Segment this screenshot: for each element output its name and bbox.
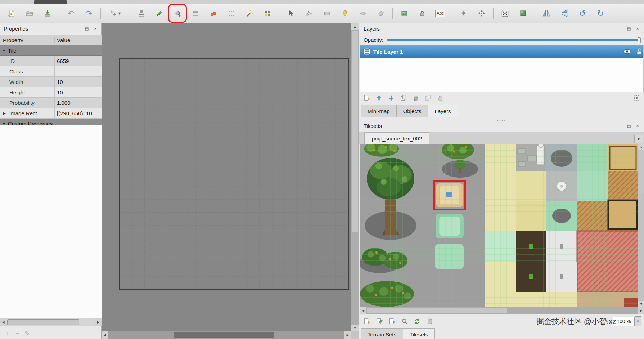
copy-layer-button-disabled[interactable] xyxy=(423,93,433,103)
remove-property-button[interactable]: − xyxy=(16,330,20,338)
die-button[interactable] xyxy=(499,7,512,20)
scroll-right-arrow[interactable]: ▶ xyxy=(638,307,644,314)
rotate-right-button[interactable]: ↻ xyxy=(594,7,607,20)
select-object-button[interactable] xyxy=(284,7,297,20)
scrollbar-thumb[interactable] xyxy=(174,332,274,338)
embed-tileset-button[interactable] xyxy=(413,317,422,326)
map-horizontal-scrollbar[interactable]: ◀ ▶ xyxy=(102,331,351,339)
float-panel-icon[interactable] xyxy=(626,26,632,32)
tileset-view-button[interactable] xyxy=(517,7,530,20)
insert-point-button[interactable] xyxy=(338,7,351,20)
remove-layer-button[interactable] xyxy=(411,93,420,103)
opacity-slider-handle[interactable] xyxy=(638,37,641,43)
tab-tilesets[interactable]: Tilesets xyxy=(403,328,435,339)
recycle-icon xyxy=(414,318,421,325)
tileset-list-dropdown-button[interactable]: ▼ xyxy=(634,135,643,143)
tileset-horizontal-scrollbar[interactable]: ◀ ▶ xyxy=(360,307,644,314)
scroll-up-arrow[interactable]: ▲ xyxy=(638,144,644,150)
magic-wand-button[interactable] xyxy=(243,7,256,20)
document-tab[interactable] xyxy=(34,0,67,4)
random-stamp-button[interactable]: ▼ xyxy=(106,7,125,20)
bucket-fill-button[interactable] xyxy=(171,7,184,20)
scrollbar-thumb[interactable] xyxy=(639,151,644,194)
open-file-button[interactable] xyxy=(23,7,36,20)
close-panel-icon[interactable]: × xyxy=(635,123,640,129)
map-canvas[interactable]: ▲ ▼ ◀ ▶ xyxy=(102,23,359,339)
edit-polygons-button[interactable] xyxy=(302,7,315,20)
magic-wand-icon xyxy=(246,9,253,17)
scroll-left-arrow[interactable]: ◀ xyxy=(360,307,366,314)
new-tileset-button[interactable] xyxy=(362,317,371,326)
insert-tile-button[interactable] xyxy=(398,7,411,20)
rectangular-select-button[interactable] xyxy=(225,7,238,20)
zoom-tileset-button[interactable] xyxy=(400,317,409,326)
edit-tileset-button[interactable] xyxy=(375,317,384,326)
flip-horizontal-button[interactable] xyxy=(540,7,553,20)
scroll-left-arrow[interactable]: ◀ xyxy=(0,318,6,326)
expand-triangle-icon[interactable]: ▶ xyxy=(3,111,6,115)
scroll-left-arrow[interactable]: ◀ xyxy=(102,331,108,339)
scroll-down-arrow[interactable]: ▼ xyxy=(638,301,644,307)
float-panel-icon[interactable] xyxy=(84,26,90,32)
insert-polygon-button[interactable] xyxy=(374,7,387,20)
shape-fill-button[interactable] xyxy=(189,7,202,20)
chevron-down-icon: ▼ xyxy=(118,11,122,15)
tab-objects[interactable]: Objects xyxy=(397,105,428,117)
insert-rectangle-button[interactable] xyxy=(320,7,333,20)
opacity-slider[interactable] xyxy=(387,37,641,43)
insert-template-button[interactable] xyxy=(416,7,429,20)
insert-ellipse-button[interactable] xyxy=(356,7,369,20)
highlight-current-layer-button[interactable] xyxy=(632,93,641,103)
select-same-tile-button[interactable] xyxy=(261,7,274,20)
tab-layers[interactable]: Layers xyxy=(428,105,458,117)
eraser-button[interactable] xyxy=(207,7,220,20)
tileset-image[interactable] xyxy=(360,144,638,307)
tileset-vertical-scrollbar[interactable]: ▲ ▼ xyxy=(638,144,644,307)
layer-row-tile-layer-1[interactable]: Tile Layer 1 xyxy=(360,45,643,58)
map-grid[interactable] xyxy=(119,58,349,290)
scrollbar-thumb[interactable] xyxy=(352,31,358,232)
close-panel-icon[interactable]: × xyxy=(93,26,98,32)
raise-layer-button[interactable] xyxy=(374,93,384,103)
scroll-right-arrow[interactable]: ▶ xyxy=(95,318,102,326)
lock-layer-button-disabled[interactable] xyxy=(436,93,445,103)
property-group-tile[interactable]: ▼Tile xyxy=(0,45,102,56)
tab-mini-map[interactable]: Mini-map xyxy=(361,105,397,117)
tilesets-panel-title: Tilesets xyxy=(364,123,382,129)
duplicate-layer-button[interactable] xyxy=(399,93,408,103)
dock-splitter-handle[interactable]: •••• xyxy=(359,119,644,121)
new-file-button[interactable] xyxy=(5,7,18,20)
scrollbar-thumb[interactable] xyxy=(367,308,507,313)
terrain-brush-button[interactable] xyxy=(153,7,166,20)
new-layer-button[interactable] xyxy=(362,93,371,103)
map-vertical-scrollbar[interactable]: ▲ ▼ xyxy=(351,23,359,331)
undo-button[interactable]: ↶ xyxy=(64,7,77,20)
flip-vertical-button[interactable] xyxy=(558,7,571,20)
lower-layer-button[interactable] xyxy=(387,93,396,103)
insert-text-button[interactable]: Abc xyxy=(434,7,447,20)
tileset-tab-pmp-scene-tex-002[interactable]: pmp_scene_tex_002 xyxy=(364,132,429,144)
float-panel-icon[interactable] xyxy=(626,123,632,129)
scrollbar-thumb[interactable] xyxy=(7,319,79,325)
properties-horizontal-scrollbar[interactable]: ◀ ▶ xyxy=(0,318,102,326)
export-tileset-button[interactable] xyxy=(387,317,397,326)
scroll-right-arrow[interactable]: ▶ xyxy=(344,331,351,339)
visibility-eye-icon[interactable] xyxy=(623,49,631,54)
add-property-button[interactable]: ＋ xyxy=(4,329,11,338)
rectangular-select-icon xyxy=(228,9,235,17)
tab-terrain-sets[interactable]: Terrain Sets xyxy=(361,328,403,339)
lock-icon[interactable] xyxy=(636,48,643,55)
edit-property-button[interactable]: ✎ xyxy=(25,330,30,338)
stamp-brush-button[interactable] xyxy=(135,7,148,20)
save-button[interactable] xyxy=(41,7,54,20)
pan-button[interactable] xyxy=(475,7,488,20)
scroll-up-arrow[interactable]: ▲ xyxy=(351,23,359,30)
scroll-down-arrow[interactable]: ▼ xyxy=(351,325,359,331)
sparkle-button[interactable]: ✦ xyxy=(457,7,470,20)
redo-button[interactable]: ↷ xyxy=(82,7,95,20)
remove-tileset-button[interactable] xyxy=(425,317,434,326)
tileset-view[interactable] xyxy=(360,144,638,307)
redo-icon: ↷ xyxy=(85,9,92,18)
close-panel-icon[interactable]: × xyxy=(635,26,640,32)
rotate-left-button[interactable]: ↺ xyxy=(576,7,589,20)
